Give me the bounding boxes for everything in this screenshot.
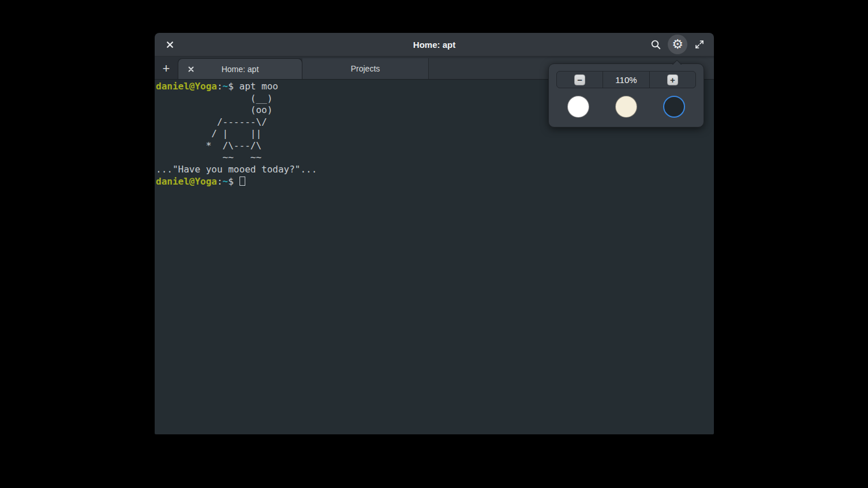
settings-popover: − 110% + <box>548 63 704 127</box>
terminal-text-segment: /------\/ <box>156 117 267 127</box>
terminal-text-segment: ~ <box>223 81 229 92</box>
window-title: Home: apt <box>155 40 714 50</box>
tab-label: Home: apt <box>222 65 259 74</box>
terminal-text-segment: / | || <box>156 128 261 139</box>
terminal-line: / | || <box>156 128 714 140</box>
search-button[interactable] <box>646 35 665 54</box>
terminal-output[interactable]: daniel@Yoga:~$ apt moo (__) (oo) /------… <box>155 80 714 434</box>
settings-menu-button[interactable]: ⚙ <box>668 35 687 54</box>
close-window-button[interactable] <box>160 35 179 54</box>
theme-dark-button[interactable] <box>663 96 685 118</box>
zoom-level-value: 110% <box>615 75 637 85</box>
header-left-controls <box>160 35 179 54</box>
theme-selector <box>567 96 685 118</box>
new-tab-button[interactable]: + <box>155 58 178 79</box>
terminal-line: ..."Have you mooed today?"... <box>156 164 714 176</box>
terminal-text-segment: : <box>217 176 223 187</box>
fullscreen-button[interactable] <box>690 35 709 54</box>
terminal-text-segment: ~ <box>223 176 229 187</box>
gear-icon: ⚙ <box>672 38 683 51</box>
terminal-cursor <box>240 177 245 186</box>
zoom-level: 110% <box>603 72 649 88</box>
tab-close-button[interactable] <box>184 62 198 76</box>
terminal-text-segment: apt moo <box>240 81 278 92</box>
popover-arrow <box>669 60 683 65</box>
terminal-text-segment: * /\---/\ <box>156 140 261 151</box>
zoom-out-button[interactable]: − <box>557 72 603 88</box>
terminal-line: daniel@Yoga:~$ <box>156 175 714 188</box>
fullscreen-icon <box>694 39 705 50</box>
zoom-controls: − 110% + <box>556 71 696 88</box>
terminal-text-segment: ..."Have you mooed today?"... <box>156 164 317 175</box>
close-icon <box>166 40 174 49</box>
tab-home-apt[interactable]: Home: apt <box>178 58 302 79</box>
zoom-in-button[interactable]: + <box>649 72 695 88</box>
terminal-text-segment: : <box>217 81 223 92</box>
theme-sepia-button[interactable] <box>615 96 637 118</box>
terminal-text-segment: ~~ ~~ <box>156 152 261 163</box>
tab-projects[interactable]: Projects <box>302 58 429 79</box>
theme-light-button[interactable] <box>567 96 589 118</box>
terminal-text-segment: (__) <box>156 93 272 104</box>
terminal-line: * /\---/\ <box>156 140 714 152</box>
terminal-text-segment: $ <box>228 81 239 92</box>
terminal-text-segment: (oo) <box>156 104 272 115</box>
search-icon <box>650 39 661 50</box>
zoom-in-icon: + <box>667 74 678 85</box>
tab-label: Projects <box>351 64 380 73</box>
terminal-text-segment: daniel@Yoga <box>156 176 217 187</box>
terminal-line: ~~ ~~ <box>156 152 714 164</box>
terminal-text-segment: daniel@Yoga <box>156 81 217 92</box>
zoom-out-icon: − <box>574 74 585 85</box>
tab-close-icon <box>188 66 194 73</box>
header-right-controls: ⚙ <box>646 35 709 54</box>
terminal-text-segment: $ <box>228 176 239 187</box>
header-bar: Home: apt ⚙ <box>155 33 714 57</box>
